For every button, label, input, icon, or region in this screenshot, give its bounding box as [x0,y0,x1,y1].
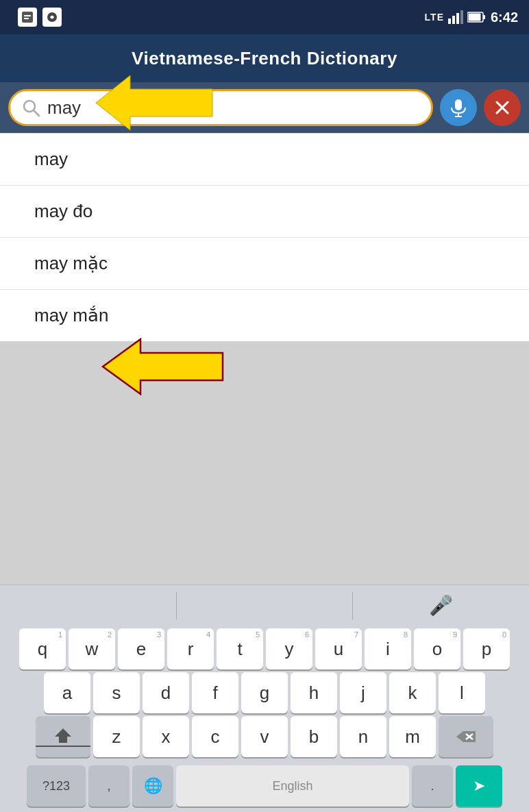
svg-rect-4 [448,19,451,24]
clear-button[interactable] [484,89,521,126]
suggestion-item[interactable]: may mắn [0,290,529,341]
key-e[interactable]: 3e [118,628,164,669]
search-icon [21,98,40,117]
app-header: Vietnamese-French Dictionary [0,34,529,82]
svg-rect-21 [59,741,67,743]
key-u[interactable]: 7u [315,628,362,669]
svg-rect-5 [452,16,455,24]
key-shift[interactable] [36,716,90,757]
app-title: Vietnamese-French Dictionary [132,48,397,69]
suggestion-item[interactable]: may đo [0,186,529,238]
svg-rect-0 [22,12,33,23]
key-m[interactable]: m [389,716,436,757]
key-comma[interactable]: , [88,765,130,807]
key-row-1: 1q 2w 3e 4r 5t 6y 7u 8i 9o 0p [0,628,529,669]
svg-line-12 [34,110,39,116]
search-area: may [0,82,529,133]
keyboard-bottom-row: ?123 , 🌐 English . ➤ [0,763,529,812]
key-z[interactable]: z [93,716,140,757]
key-r[interactable]: 4r [167,628,214,669]
key-c[interactable]: c [192,716,238,757]
key-a[interactable]: a [44,672,90,713]
lte-indicator: LTE [425,12,444,23]
keyboard-top-right[interactable]: 🎤 [353,594,529,617]
key-w[interactable]: 2w [69,628,115,669]
key-row-2: a s d f g h j k l [0,672,529,713]
key-row-3: z x c v b n m [0,716,529,757]
svg-rect-2 [24,18,29,19]
keyboard-top-bar: 🎤 [0,585,529,626]
svg-marker-19 [103,339,223,394]
key-symbol[interactable]: ?123 [27,765,86,807]
suggestion-item[interactable]: may mặc [0,238,529,290]
search-input[interactable]: may [47,97,420,119]
svg-rect-1 [24,15,31,16]
key-period[interactable]: . [412,765,453,807]
mic-button[interactable] [440,89,477,126]
svg-marker-20 [55,728,71,742]
suggestion-item[interactable]: may [0,134,529,186]
search-box[interactable]: may [8,89,433,126]
svg-rect-13 [455,99,462,110]
key-n[interactable]: n [340,716,386,757]
battery-icon [467,12,487,23]
key-y[interactable]: 6y [266,628,312,669]
annotation-arrow-2 [89,336,226,397]
app-icon-1 [18,8,37,27]
key-v[interactable]: v [241,716,288,757]
suggestions-list: may may đo may mặc may mắn [0,133,529,341]
clock: 6:42 [491,10,518,25]
key-o[interactable]: 9o [414,628,460,669]
microphone-icon [449,98,468,117]
app-icon-2 [42,8,62,27]
signal-icon [448,10,463,24]
svg-rect-10 [468,14,480,21]
key-backspace[interactable] [439,716,493,757]
key-enter[interactable]: ➤ [456,765,502,807]
key-p[interactable]: 0p [463,628,510,669]
key-k[interactable]: k [389,672,436,713]
key-s[interactable]: s [93,672,140,713]
key-l[interactable]: l [439,672,485,713]
key-b[interactable]: b [291,716,337,757]
svg-rect-6 [456,13,459,24]
svg-rect-7 [460,10,463,24]
svg-rect-9 [483,15,485,19]
key-j[interactable]: j [340,672,386,713]
key-f[interactable]: f [192,672,238,713]
key-t[interactable]: 5t [217,628,263,669]
key-space[interactable]: English [176,765,409,807]
keyboard-mic-icon[interactable]: 🎤 [429,594,453,617]
keyboard: 🎤 1q 2w 3e 4r 5t 6y 7u 8i 9o 0p a s d f … [0,585,529,812]
status-bar: LTE 6:42 [0,0,529,34]
keyboard-divider-1 [176,592,177,619]
key-d[interactable]: d [143,672,189,713]
key-globe[interactable]: 🌐 [132,765,173,807]
key-g[interactable]: g [241,672,288,713]
key-h[interactable]: h [291,672,337,713]
key-x[interactable]: x [143,716,189,757]
key-q[interactable]: 1q [19,628,66,669]
close-icon [494,99,510,116]
key-i[interactable]: 8i [365,628,411,669]
keyboard-rows: 1q 2w 3e 4r 5t 6y 7u 8i 9o 0p a s d f g … [0,626,529,763]
